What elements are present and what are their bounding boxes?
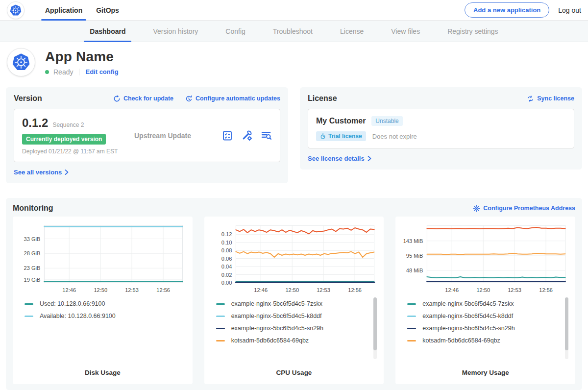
sync-license-icon	[527, 95, 534, 102]
legend-scrollbar[interactable]	[373, 297, 377, 359]
monitoring-card: Monitoring Configure Prometheus Address	[6, 198, 582, 390]
configure-auto-updates-link[interactable]: Configure automatic updates	[185, 95, 280, 102]
status-text: Ready	[53, 68, 73, 76]
view-deploy-logs-button[interactable]	[261, 130, 272, 141]
legend-label: example-nginx-5bc6f5d4c5-sn29h	[231, 325, 323, 332]
edit-config-version-button[interactable]	[241, 130, 252, 141]
legend-dash	[407, 316, 416, 317]
deployed-badge: Currently deployed version	[22, 134, 106, 145]
sync-license-label: Sync license	[537, 95, 574, 102]
svg-text:0.04: 0.04	[221, 264, 232, 269]
kubernetes-app-icon	[11, 52, 31, 72]
check-update-icon	[113, 95, 121, 102]
channel-badge: Unstable	[371, 116, 402, 126]
svg-text:0.06: 0.06	[221, 256, 232, 262]
preflight-checks-button[interactable]	[222, 130, 233, 141]
svg-text:0.00: 0.00	[221, 280, 232, 286]
divider	[79, 69, 79, 75]
see-all-versions-link[interactable]: See all versions	[14, 169, 69, 176]
legend-item: example-nginx-5bc6f5d4c5-k8ddf	[216, 313, 371, 319]
version-source: Upstream Update	[134, 132, 191, 140]
status-dot	[45, 70, 49, 74]
check-update-label: Check for update	[123, 95, 173, 102]
configure-prometheus-link[interactable]: Configure Prometheus Address	[473, 205, 575, 212]
auto-update-icon	[185, 95, 193, 102]
legend-item: example-nginx-5bc6f5d4c5-k8ddf	[407, 313, 563, 319]
logout-button[interactable]: Log out	[558, 6, 581, 14]
legend-label: kotsadm-5db6dc6584-69qbz	[422, 337, 500, 344]
config-wrench-icon	[241, 130, 252, 141]
legend-dash	[407, 303, 416, 305]
legend-scrollbar[interactable]	[565, 297, 568, 359]
page-title: App Name	[45, 49, 119, 65]
deployed-timestamp: Deployed 01/21/22 @ 11:57 am EST	[22, 148, 127, 155]
preflight-icon	[222, 130, 233, 141]
svg-text:0.02: 0.02	[221, 272, 232, 278]
monitoring-title: Monitoring	[13, 204, 53, 213]
tab-version-history[interactable]: Version history	[139, 21, 212, 42]
legend-dash	[24, 303, 33, 305]
scrollbar-thumb[interactable]	[565, 297, 568, 350]
tab-troubleshoot[interactable]: Troubleshoot	[259, 21, 326, 42]
svg-text:12:56: 12:56	[156, 287, 170, 293]
add-application-button[interactable]: Add a new application	[465, 2, 549, 18]
configure-prometheus-label: Configure Prometheus Address	[483, 205, 575, 212]
gear-icon	[473, 205, 480, 212]
cpu-usage-plot: 0.000.020.040.060.080.100.1212:4612:5012…	[210, 220, 378, 295]
memory-usage-legend: example-nginx-5bc6f5d4c5-7zskx example-n…	[401, 295, 569, 366]
cpu-usage-chart-card: 0.000.020.040.060.080.100.1212:4612:5012…	[204, 217, 384, 384]
legend-item: Used: 10.128.0.66:9100	[24, 300, 180, 307]
see-license-details-link[interactable]: See license details	[308, 155, 371, 162]
svg-text:95 MiB: 95 MiB	[406, 253, 423, 259]
memory-usage-plot: 48 MiB95 MiB143 MiB12:4612:5012:5312:56	[401, 220, 569, 295]
legend-dash	[216, 303, 225, 305]
legend-item: kotsadm-5db6dc6584-69qbz	[407, 337, 563, 344]
tab-gitops[interactable]: GitOps	[89, 0, 126, 20]
memory-usage-title: Memory Usage	[401, 366, 569, 380]
svg-text:12:53: 12:53	[508, 287, 522, 293]
tab-view-files[interactable]: View files	[377, 21, 434, 42]
svg-text:48 MiB: 48 MiB	[406, 268, 423, 273]
version-sequence: Sequence 2	[52, 122, 84, 128]
tab-application[interactable]: Application	[38, 0, 89, 20]
svg-text:12:53: 12:53	[317, 287, 330, 293]
legend-dash	[216, 316, 225, 317]
see-all-versions-label: See all versions	[14, 169, 62, 176]
chevron-right-icon	[65, 170, 69, 175]
chevron-right-icon	[368, 156, 371, 161]
trial-license-label: Trial license	[328, 133, 362, 140]
legend-label: example-nginx-5bc6f5d4c5-sn29h	[422, 325, 514, 332]
edit-config-link[interactable]: Edit config	[85, 68, 118, 75]
memory-usage-chart-card: 48 MiB95 MiB143 MiB12:4612:5012:5312:56 …	[395, 217, 575, 384]
svg-text:12:46: 12:46	[62, 287, 76, 293]
svg-text:33 GiB: 33 GiB	[24, 236, 40, 242]
legend-label: example-nginx-5bc6f5d4c5-7zskx	[231, 300, 322, 307]
svg-text:0.10: 0.10	[221, 240, 232, 245]
scrollbar-thumb[interactable]	[373, 297, 377, 350]
tab-dashboard[interactable]: Dashboard	[76, 21, 139, 42]
svg-text:12:50: 12:50	[477, 287, 490, 293]
check-for-update-link[interactable]: Check for update	[113, 95, 173, 102]
svg-text:23 GiB: 23 GiB	[24, 265, 40, 271]
tab-registry-settings[interactable]: Registry settings	[434, 21, 512, 42]
legend-item: kotsadm-5db6dc6584-69qbz	[216, 337, 371, 344]
view-logs-icon	[261, 130, 272, 141]
svg-text:19 GiB: 19 GiB	[24, 277, 40, 283]
tab-license[interactable]: License	[326, 21, 377, 42]
legend-dash	[407, 328, 416, 329]
legend-dash	[24, 316, 33, 317]
tab-config[interactable]: Config	[212, 21, 259, 42]
license-expiry: Does not expire	[372, 133, 417, 140]
kubernetes-logo-icon	[9, 4, 22, 17]
svg-text:12:56: 12:56	[539, 287, 553, 293]
disk-usage-title: Disk Usage	[19, 366, 187, 380]
sync-license-link[interactable]: Sync license	[527, 95, 574, 102]
svg-text:12:50: 12:50	[94, 287, 107, 293]
see-license-details-label: See license details	[308, 155, 365, 162]
legend-item: example-nginx-5bc6f5d4c5-sn29h	[407, 325, 563, 332]
license-card: License Sync license My Customer Unstabl…	[300, 87, 582, 170]
license-card-title: License	[308, 94, 337, 103]
stopwatch-icon	[320, 133, 326, 140]
legend-item: Available: 10.128.0.66:9100	[24, 313, 180, 319]
legend-label: kotsadm-5db6dc6584-69qbz	[231, 337, 309, 344]
